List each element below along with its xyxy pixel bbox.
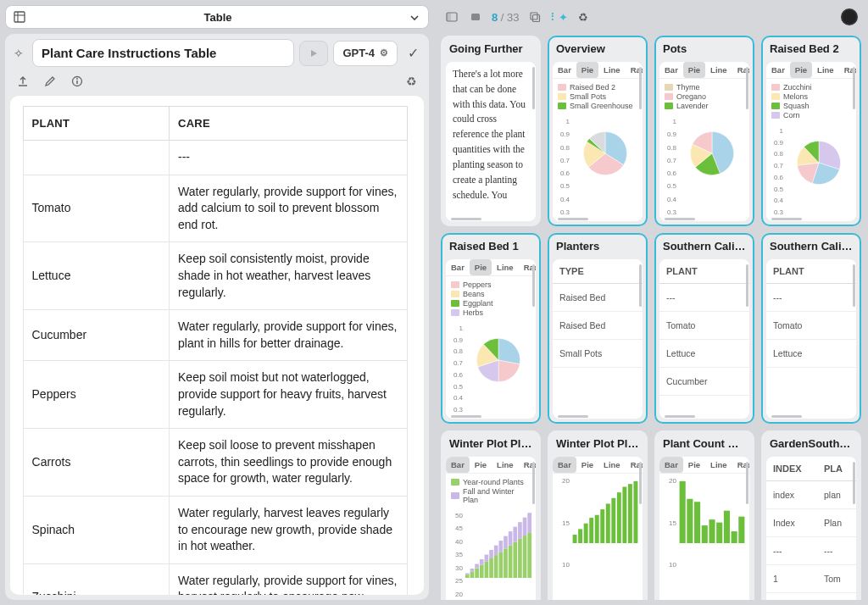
record-button[interactable] bbox=[841, 8, 858, 25]
chart-tab-pie[interactable]: Pie bbox=[576, 457, 598, 473]
tile[interactable]: Winter Plot Pla...BarPieLineRadarYear-ro… bbox=[441, 430, 541, 600]
table-row[interactable]: ZucchiniWater regularly, provide support… bbox=[23, 563, 408, 595]
chart-tab-pie[interactable]: Pie bbox=[470, 457, 492, 473]
scrollbar-horizontal[interactable] bbox=[771, 218, 802, 220]
scrollbar-vertical[interactable] bbox=[639, 67, 642, 109]
cell-plant: Zucchini bbox=[23, 563, 170, 595]
run-button[interactable] bbox=[299, 41, 328, 66]
table-row[interactable]: TomatoWater regularly, provide support f… bbox=[23, 175, 408, 242]
copy-icon[interactable] bbox=[528, 9, 543, 25]
table-row[interactable]: --- bbox=[23, 141, 408, 175]
tile[interactable]: OverviewBarPieLineRadarRaised Bed 2Small… bbox=[548, 36, 648, 226]
scrollbar-horizontal[interactable] bbox=[451, 415, 481, 418]
chart-tab-pie[interactable]: Pie bbox=[683, 457, 705, 473]
scrollbar-vertical[interactable] bbox=[746, 67, 748, 109]
chart-tab-line[interactable]: Line bbox=[492, 259, 519, 275]
y-axis: 10.90.80.70.60.50.40.3 bbox=[768, 125, 783, 218]
tile[interactable]: Southern Calif...PLANT---TomatoLettuceCu… bbox=[654, 233, 754, 424]
scrollbar-vertical[interactable] bbox=[746, 462, 748, 504]
mini-table-row[interactable]: Raised Bed bbox=[553, 284, 643, 312]
info-icon[interactable] bbox=[70, 74, 85, 89]
y-axis: 10.90.80.70.60.50.40.3 bbox=[661, 116, 676, 218]
mini-table-row[interactable]: Lettuce bbox=[766, 340, 856, 368]
scrollbar-vertical[interactable] bbox=[853, 67, 855, 109]
view-selector[interactable]: Table bbox=[5, 5, 429, 29]
scrollbar-vertical[interactable] bbox=[639, 462, 642, 504]
edit-icon[interactable] bbox=[42, 74, 58, 89]
export-icon[interactable] bbox=[15, 74, 31, 89]
confirm-check-icon[interactable]: ✓ bbox=[403, 45, 424, 61]
recycle-icon[interactable]: ♻ bbox=[576, 9, 591, 25]
svg-rect-24 bbox=[494, 546, 498, 556]
list-sparkle-icon[interactable]: ⠇✦ bbox=[552, 9, 567, 25]
chart-tab-line[interactable]: Line bbox=[598, 62, 626, 78]
mini-table-row[interactable]: --- bbox=[659, 284, 749, 312]
chart-tab-bar[interactable]: Bar bbox=[553, 457, 576, 473]
tile[interactable]: Winter Plot Pla...BarPieLineRadar2015105 bbox=[548, 430, 648, 600]
mini-table-row[interactable]: Raised Bed bbox=[553, 312, 643, 340]
scrollbar-vertical[interactable] bbox=[853, 264, 855, 307]
tile[interactable]: Raised Bed 2BarPieLineRadarZucchiniMelon… bbox=[761, 36, 861, 226]
chart-tab-bar[interactable]: Bar bbox=[659, 62, 683, 78]
table-row[interactable]: PeppersKeep soil moist but not waterlogg… bbox=[23, 361, 408, 429]
chart-tab-pie[interactable]: Pie bbox=[470, 259, 492, 275]
tile[interactable]: PlantersTYPERaised BedRaised BedSmall Po… bbox=[548, 233, 648, 424]
panel-collapse-icon[interactable] bbox=[444, 9, 459, 25]
table-row[interactable]: LettuceKeep soil consistently moist, pro… bbox=[23, 242, 408, 310]
document-title-input[interactable] bbox=[32, 39, 294, 67]
chart-tab-pie[interactable]: Pie bbox=[683, 62, 705, 78]
chart-tab-pie[interactable]: Pie bbox=[790, 62, 812, 78]
mini-table-row[interactable]: --- bbox=[766, 284, 856, 312]
mini-table-row[interactable]: Lettuce bbox=[659, 340, 749, 368]
scrollbar-horizontal[interactable] bbox=[451, 218, 481, 220]
y-axis: 5045403530252015 bbox=[448, 510, 463, 600]
svg-rect-0 bbox=[14, 12, 25, 22]
mini-table-row[interactable]: Cucumber bbox=[659, 368, 749, 396]
legend-swatch bbox=[771, 84, 780, 91]
chart-tab-bar[interactable]: Bar bbox=[446, 259, 470, 275]
chart-tab-line[interactable]: Line bbox=[705, 457, 732, 473]
mini-table-row[interactable]: ------ bbox=[766, 537, 856, 565]
mini-table-row[interactable]: indexplan bbox=[766, 481, 856, 509]
mini-table-row[interactable]: Small Pots bbox=[553, 340, 643, 368]
mini-table-row[interactable]: IndexPlan bbox=[766, 509, 856, 537]
scrollbar-vertical[interactable] bbox=[746, 264, 748, 307]
card-icon[interactable] bbox=[468, 9, 483, 25]
scrollbar-horizontal[interactable] bbox=[558, 415, 588, 418]
chart-tab-bar[interactable]: Bar bbox=[446, 457, 470, 473]
chart-tab-line[interactable]: Line bbox=[492, 457, 519, 473]
tile[interactable]: Going FurtherThere's a lot more that can… bbox=[441, 36, 541, 226]
chart-tab-bar[interactable]: Bar bbox=[553, 62, 576, 78]
mini-table-row[interactable]: 1Tom bbox=[766, 565, 856, 593]
legend-swatch bbox=[451, 309, 459, 316]
chart-tab-line[interactable]: Line bbox=[598, 457, 626, 473]
recycle-icon[interactable]: ♻ bbox=[403, 74, 419, 89]
tile[interactable]: Raised Bed 1BarPieLineRadarPeppersBeansE… bbox=[441, 233, 541, 424]
chart-tab-line[interactable]: Line bbox=[812, 62, 839, 78]
mini-table-row[interactable]: Tomato bbox=[659, 312, 749, 340]
svg-rect-30 bbox=[509, 531, 513, 545]
tile[interactable]: Plant Count By...BarPieLineRadar2015105 bbox=[654, 430, 754, 600]
model-selector[interactable]: GPT-4 ⚙ bbox=[333, 41, 398, 66]
table-row[interactable]: CucumberWater regularly, provide support… bbox=[23, 310, 408, 361]
scrollbar-vertical[interactable] bbox=[532, 264, 535, 307]
scrollbar-vertical[interactable] bbox=[532, 67, 535, 109]
scrollbar-horizontal[interactable] bbox=[771, 415, 802, 418]
scrollbar-vertical[interactable] bbox=[853, 462, 855, 504]
scrollbar-vertical[interactable] bbox=[532, 462, 535, 504]
scrollbar-horizontal[interactable] bbox=[665, 415, 695, 418]
chart-tab-bar[interactable]: Bar bbox=[766, 62, 790, 78]
table-row[interactable]: CarrotsKeep soil loose to prevent missha… bbox=[23, 429, 408, 497]
mini-table-row[interactable]: Tomato bbox=[766, 312, 856, 340]
table-row[interactable]: SpinachWater regularly, harvest leaves r… bbox=[23, 496, 408, 563]
chart-tab-line[interactable]: Line bbox=[705, 62, 732, 78]
chart-tab-pie[interactable]: Pie bbox=[576, 62, 598, 78]
scrollbar-horizontal[interactable] bbox=[558, 218, 588, 220]
tile[interactable]: PotsBarPieLineRadarThymeOreganoLavender1… bbox=[654, 36, 754, 226]
scrollbar-horizontal[interactable] bbox=[665, 218, 695, 220]
scrollbar-vertical[interactable] bbox=[639, 264, 642, 307]
chart-tab-bar[interactable]: Bar bbox=[659, 457, 683, 473]
tile-title: Going Further bbox=[441, 36, 541, 62]
tile[interactable]: Southern Calif...PLANT---TomatoLettuce bbox=[761, 233, 861, 424]
tile[interactable]: GardenSouther...INDEXPLAindexplanIndexPl… bbox=[761, 430, 861, 600]
